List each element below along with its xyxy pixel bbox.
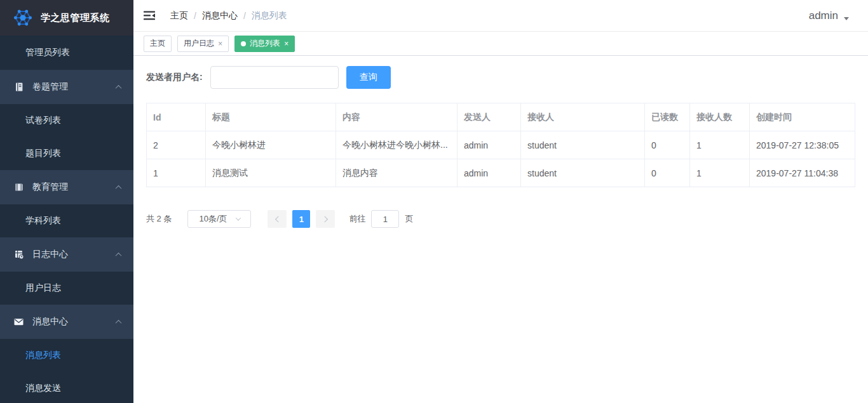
app-logo: 学之思管理系统 <box>0 0 133 36</box>
breadcrumb-separator: / <box>194 11 196 21</box>
table-row: 1 消息测试 消息内容 admin student 0 1 2019-07-27… <box>147 159 855 187</box>
close-icon[interactable]: × <box>218 40 222 48</box>
cell-title: 消息测试 <box>206 159 336 187</box>
sidebar-item-subject-list[interactable]: 学科列表 <box>0 204 133 237</box>
total-count-label: 共 2 条 <box>146 213 172 225</box>
col-receiver: 接收人 <box>521 103 645 131</box>
breadcrumb-message-center[interactable]: 消息中心 <box>202 10 238 22</box>
col-receiver-count: 接收人数 <box>690 103 750 131</box>
prev-page-button[interactable] <box>268 210 287 228</box>
cell-id: 1 <box>147 159 206 187</box>
sidebar-item-paper-list[interactable]: 试卷列表 <box>0 104 133 137</box>
sidebar-group-log-center[interactable]: 日志中心 <box>0 237 133 272</box>
sidebar-item-question-list[interactable]: 题目列表 <box>0 137 133 170</box>
tab-home[interactable]: 主页 <box>144 36 172 52</box>
page-unit-label: 页 <box>405 213 413 225</box>
caret-down-icon <box>844 17 849 20</box>
col-id: Id <box>147 103 206 131</box>
username-label: admin <box>809 10 838 22</box>
book-icon <box>13 182 24 193</box>
col-read-count: 已读数 <box>645 103 690 131</box>
user-menu[interactable]: admin <box>809 10 849 22</box>
cell-receiver-count: 1 <box>690 159 750 187</box>
breadcrumb-home[interactable]: 主页 <box>170 10 188 22</box>
cell-title: 今晚小树林进 <box>206 131 336 159</box>
close-icon[interactable]: × <box>284 40 288 48</box>
cell-read-count: 0 <box>645 159 690 187</box>
cell-receiver: student <box>521 131 645 159</box>
chevron-up-icon <box>116 319 122 326</box>
sidebar-group-message-center[interactable]: 消息中心 <box>0 305 133 339</box>
table-row: 2 今晚小树林进 今晚小树林进今晚小树林... admin student 0 … <box>147 131 855 159</box>
page-content: 发送者用户名: 查询 Id 标题 内容 发送人 接收人 已读数 <box>133 56 868 228</box>
sidebar-item-message-list[interactable]: 消息列表 <box>0 339 133 372</box>
query-button[interactable]: 查询 <box>346 66 391 89</box>
chevron-down-icon <box>235 215 240 220</box>
chevron-up-icon <box>116 185 122 191</box>
col-title: 标题 <box>206 103 336 131</box>
cell-content: 消息内容 <box>336 159 458 187</box>
app-title: 学之思管理系统 <box>41 12 110 24</box>
cell-receiver-count: 1 <box>690 131 750 159</box>
sidebar-item-user-log[interactable]: 用户日志 <box>0 272 133 305</box>
next-page-button[interactable] <box>316 210 335 228</box>
chevron-left-icon <box>275 216 281 222</box>
page-size-select[interactable]: 10条/页 <box>187 210 251 228</box>
cell-id: 2 <box>147 131 206 159</box>
tab-message-list[interactable]: 消息列表 × <box>234 36 295 52</box>
goto-label: 前往 <box>349 213 365 225</box>
sender-username-input[interactable] <box>210 66 339 89</box>
cell-content: 今晚小树林进今晚小树林... <box>336 131 458 159</box>
sidebar: 学之思管理系统 管理员列表 卷题管理 试卷列表 <box>0 0 133 403</box>
tabs-bar: 主页 用户日志 × 消息列表 × <box>133 32 868 56</box>
log-clock-icon <box>13 249 24 260</box>
sidebar-item-admin-list[interactable]: 管理员列表 <box>0 36 133 70</box>
envelope-icon <box>13 317 24 327</box>
chevron-up-icon <box>116 84 122 91</box>
sidebar-group-education-mgmt[interactable]: 教育管理 <box>0 170 133 204</box>
molecule-hexagon-icon <box>13 8 33 28</box>
topbar: 主页 / 消息中心 / 消息列表 admin <box>133 0 868 32</box>
active-tab-dot-icon <box>241 41 246 46</box>
page-number-button[interactable]: 1 <box>292 210 310 228</box>
col-create-time: 创建时间 <box>750 103 855 131</box>
cell-read-count: 0 <box>645 131 690 159</box>
cell-sender: admin <box>458 159 521 187</box>
sidebar-item-message-send[interactable]: 消息发送 <box>0 372 133 403</box>
messages-table: Id 标题 内容 发送人 接收人 已读数 接收人数 创建时间 2 今晚小树林进 <box>146 103 855 187</box>
breadcrumb-current: 消息列表 <box>252 10 287 22</box>
search-form: 发送者用户名: 查询 <box>146 66 855 89</box>
cell-receiver: student <box>521 159 645 187</box>
goto-page-input[interactable] <box>371 210 399 228</box>
pagination: 共 2 条 10条/页 1 前往 页 <box>146 210 855 228</box>
col-content: 内容 <box>336 103 458 131</box>
app-root: 学之思管理系统 管理员列表 卷题管理 试卷列表 <box>0 0 868 403</box>
collapse-sidebar-icon[interactable] <box>144 11 156 20</box>
main-area: 主页 / 消息中心 / 消息列表 admin 主页 用户日志 × 消息列表 <box>133 0 868 403</box>
sender-username-label: 发送者用户名: <box>146 72 203 83</box>
notebook-icon <box>13 82 24 93</box>
cell-sender: admin <box>458 131 521 159</box>
breadcrumb-separator: / <box>243 11 246 21</box>
sidebar-group-exam-mgmt[interactable]: 卷题管理 <box>0 70 133 104</box>
sidebar-menu: 管理员列表 卷题管理 试卷列表 题目列表 <box>0 36 133 403</box>
chevron-right-icon <box>322 216 328 222</box>
cell-create-time: 2019-07-27 12:38:05 <box>750 131 855 159</box>
col-sender: 发送人 <box>458 103 521 131</box>
cell-create-time: 2019-07-27 11:04:38 <box>750 159 855 187</box>
chevron-up-icon <box>116 252 122 258</box>
breadcrumb: 主页 / 消息中心 / 消息列表 <box>170 10 287 22</box>
tab-user-log[interactable]: 用户日志 × <box>177 36 229 52</box>
table-header: Id 标题 内容 发送人 接收人 已读数 接收人数 创建时间 <box>147 103 855 131</box>
